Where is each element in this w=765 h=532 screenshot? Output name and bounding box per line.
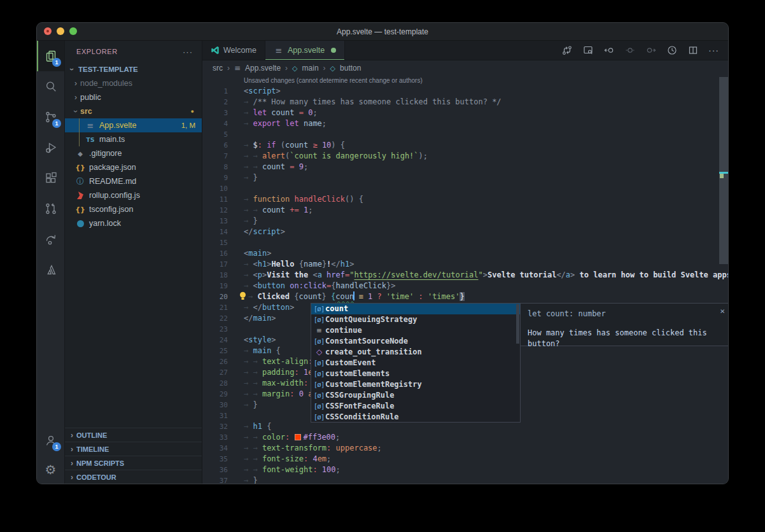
suggest-scrollbar[interactable]	[516, 304, 519, 344]
search-icon[interactable]	[37, 71, 64, 102]
braces-file-icon: {}	[75, 164, 85, 172]
code-line-33[interactable]: 33→ → color: #ff3e00;	[202, 432, 728, 443]
tree-item-README.md[interactable]: ⓘREADME.md	[65, 174, 202, 188]
close-window-button[interactable]	[44, 27, 52, 35]
tree-item-.gitignore[interactable]: ◆.gitignore	[65, 146, 202, 160]
github-pr-icon[interactable]	[37, 193, 64, 224]
file-history-icon[interactable]	[666, 45, 678, 56]
code-line-6[interactable]: 6→ $: if (count ≥ 10) {	[202, 140, 728, 151]
tree-item-rollup.config.js[interactable]: rollup.config.js	[65, 188, 202, 202]
code-line-9[interactable]: 9→ }	[202, 172, 728, 183]
code-line-13[interactable]: 13→ }	[202, 216, 728, 227]
minimize-window-button[interactable]	[57, 27, 64, 35]
more-actions-icon[interactable]: ···	[708, 45, 719, 55]
suggest-docs-panel: let count: number How many times has som…	[521, 303, 729, 346]
suggest-item-count[interactable]: [ø]count	[311, 304, 520, 314]
code-line-16[interactable]: 16<main>	[202, 248, 728, 259]
zoom-window-button[interactable]	[69, 27, 77, 35]
extensions-icon[interactable]	[37, 163, 64, 193]
code-line-37[interactable]: 37→ }	[202, 475, 728, 484]
breadcrumb-item-App.svelte[interactable]: App.svelte	[245, 64, 281, 73]
suggest-item-CSSGroupingRule[interactable]: [ø]CSSGroupingRule	[311, 390, 520, 401]
code-line-5[interactable]: 5	[202, 129, 728, 140]
explorer-icon[interactable]: 1	[37, 41, 64, 71]
code-line-19[interactable]: 19→ <button on:click={handleClick}>	[202, 281, 728, 291]
split-editor-icon[interactable]	[687, 45, 699, 56]
tree-item-package.json[interactable]: {}package.json	[65, 160, 202, 174]
code-line-20[interactable]: 20→ Clicked {count} {coun ≡ 1 ? 'time' :…	[202, 291, 728, 302]
code-line-14[interactable]: 14</script>	[202, 227, 728, 237]
code-line-12[interactable]: 12→ → count += 1;	[202, 205, 728, 216]
editor-scrollbar[interactable]	[719, 77, 728, 264]
next-change-icon[interactable]	[645, 45, 657, 56]
compare-changes-icon[interactable]	[561, 45, 573, 56]
live-share-icon[interactable]	[37, 224, 64, 255]
color-swatch[interactable]	[295, 434, 301, 440]
suggest-item-create_out_transition[interactable]: ◇create_out_transition	[311, 347, 520, 358]
azure-icon[interactable]	[37, 255, 64, 285]
tree-item-public[interactable]: ›public	[65, 90, 202, 104]
tree-item-yarn.lock[interactable]: yarn.lock	[65, 216, 202, 230]
suggest-item-CSSFontFaceRule[interactable]: [ø]CSSFontFaceRule	[311, 401, 520, 412]
unsaved-dot-icon[interactable]	[331, 48, 336, 53]
settings-gear-icon[interactable]: ⚙	[37, 456, 64, 484]
code-line-4[interactable]: 4→ export let name;	[202, 118, 728, 129]
code-line-35[interactable]: 35→ → font-size: 4em;	[202, 454, 728, 465]
code-line-32[interactable]: 32→ h1 {	[202, 421, 728, 432]
tab-app-svelte[interactable]: ≡ App.svelte	[265, 41, 345, 60]
previous-change-icon[interactable]	[603, 45, 615, 56]
suggest-item-customElements[interactable]: [ø]customElements	[311, 368, 520, 379]
panel-codetour[interactable]: ›CODETOUR	[65, 470, 202, 484]
suggest-item-CSSConditionRule[interactable]: [ø]CSSConditionRule	[311, 412, 520, 423]
suggest-item-continue[interactable]: ≡continue	[311, 325, 520, 336]
code-line-34[interactable]: 34→ → text-transform: uppercase;	[202, 443, 728, 454]
explorer-badge: 1	[52, 58, 61, 67]
tab-welcome[interactable]: Welcome	[202, 41, 265, 60]
suggest-item-label: CountQueuingStrategy	[325, 314, 418, 325]
code-editor[interactable]: Unsaved changes (cannot determine recent…	[202, 76, 728, 484]
tree-item-tsconfig.json[interactable]: {}tsconfig.json	[65, 202, 202, 216]
code-line-18[interactable]: 18→ <p>Visit the <a href="https://svelte…	[202, 270, 728, 281]
code-line-10[interactable]: 10	[202, 183, 728, 194]
lightbulb-icon[interactable]	[239, 291, 248, 300]
tree-item-label: tsconfig.json	[89, 205, 133, 214]
code-line-7[interactable]: 7→ → alert(`count is dangerously high!`)…	[202, 151, 728, 162]
suggest-item-CountQueuingStrategy[interactable]: [ø]CountQueuingStrategy	[311, 314, 520, 325]
accounts-icon[interactable]: 1	[37, 425, 64, 456]
panel-timeline[interactable]: ›TIMELINE	[65, 442, 202, 456]
braces-file-icon: {}	[75, 206, 85, 214]
codelens-annotation[interactable]: Unsaved changes (cannot determine recent…	[202, 76, 728, 86]
breadcrumb-item-src[interactable]: src	[213, 64, 223, 73]
code-line-3[interactable]: 3→ let count = 0;	[202, 108, 728, 118]
run-debug-icon[interactable]	[37, 132, 64, 163]
line-number: 14	[202, 227, 228, 237]
code-line-15[interactable]: 15	[202, 237, 728, 248]
suggest-item-label: CustomElementRegistry	[325, 379, 422, 390]
panel-outline[interactable]: ›OUTLINE	[65, 428, 202, 442]
suggest-item-CustomElementRegistry[interactable]: [ø]CustomElementRegistry	[311, 379, 520, 390]
suggest-item-ConstantSourceNode[interactable]: [ø]ConstantSourceNode	[311, 336, 520, 347]
tree-item-main.ts[interactable]: TSmain.ts	[65, 132, 202, 146]
line-number: 8	[202, 162, 228, 172]
code-line-11[interactable]: 11→ function handleClick() {	[202, 194, 728, 205]
code-line-17[interactable]: 17→ <h1>Hello {name}!</h1>	[202, 259, 728, 270]
open-preview-icon[interactable]	[582, 45, 594, 56]
close-icon[interactable]: ×	[720, 307, 725, 315]
panel-npm-scripts[interactable]: ›NPM SCRIPTS	[65, 456, 202, 470]
tree-item-node_modules[interactable]: ›node_modules	[65, 76, 202, 90]
tree-item-src[interactable]: ›src●	[65, 104, 202, 118]
code-line-1[interactable]: 1<script>	[202, 86, 728, 97]
tree-item-label: node_modules	[80, 79, 132, 88]
code-line-8[interactable]: 8→ → count = 9;	[202, 162, 728, 172]
source-control-icon[interactable]: 1	[37, 102, 64, 132]
tree-item-App.svelte[interactable]: ≡App.svelte1, M	[65, 118, 202, 132]
explorer-more-actions-icon[interactable]: ···	[183, 47, 193, 57]
breadcrumb-item-button[interactable]: button	[340, 64, 361, 73]
suggest-item-CustomEvent[interactable]: [ø]CustomEvent	[311, 358, 520, 368]
code-line-36[interactable]: 36→ → font-weight: 100;	[202, 465, 728, 475]
current-change-icon[interactable]	[624, 45, 636, 56]
symbol-variable-icon: [ø]	[313, 368, 325, 379]
code-line-2[interactable]: 2→ /** How many times has someone clicke…	[202, 97, 728, 108]
breadcrumb-item-main[interactable]: main	[302, 64, 319, 73]
project-root-row[interactable]: › TEST-TEMPLATE	[65, 62, 202, 76]
